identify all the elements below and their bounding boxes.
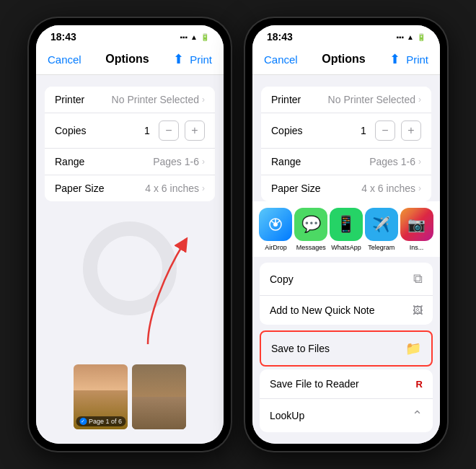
battery-icon: 🔋 bbox=[200, 33, 209, 41]
quick-note-label: Add to New Quick Note bbox=[270, 304, 375, 316]
range-row-2[interactable]: Range Pages 1-6 › bbox=[261, 149, 431, 175]
copies-row: Copies 1 − + bbox=[45, 113, 215, 149]
options-section-2: Printer No Printer Selected › Copies 1 −… bbox=[261, 87, 431, 201]
range-row[interactable]: Range Pages 1-6 › bbox=[45, 149, 215, 175]
share-icon-1[interactable]: ⬆ bbox=[173, 51, 184, 67]
page-label: Page 1 of 6 bbox=[89, 418, 122, 425]
printer-row-2[interactable]: Printer No Printer Selected › bbox=[261, 87, 431, 113]
wifi-icon: ▲ bbox=[190, 33, 198, 41]
whatsapp-icon: 📱 bbox=[330, 208, 363, 241]
action-section: Copy ⧉ Add to New Quick Note 🖼 bbox=[260, 263, 433, 325]
copy-icon: ⧉ bbox=[413, 271, 423, 286]
copy-action[interactable]: Copy ⧉ bbox=[260, 263, 433, 296]
battery-icon-2: 🔋 bbox=[417, 33, 426, 41]
telegram-label: Telegram bbox=[368, 244, 395, 251]
printer-label: Printer bbox=[55, 94, 84, 105]
nav-actions-1: ⬆ Print bbox=[173, 51, 212, 67]
lookup-icon: ⌃ bbox=[412, 408, 423, 424]
nav-actions-2: ⬆ Print bbox=[389, 51, 428, 67]
signal-icon-2: ▪▪▪ bbox=[396, 33, 404, 41]
instagram-label: Ins... bbox=[410, 244, 424, 251]
page-badge: ✓ Page 1 of 6 bbox=[76, 416, 125, 426]
nav-title-1: Options bbox=[105, 53, 149, 66]
decrement-button-2[interactable]: − bbox=[375, 120, 395, 141]
phone-1: 18:43 ▪▪▪ ▲ 🔋 Cancel Options ⬆ Print Pri… bbox=[29, 18, 231, 451]
thumbnail-2 bbox=[132, 364, 186, 429]
decrement-button[interactable]: − bbox=[159, 120, 179, 141]
watermark-circle bbox=[83, 222, 177, 315]
reader-icon: R bbox=[416, 379, 423, 390]
whatsapp-item[interactable]: 📱 WhatsApp bbox=[329, 208, 364, 251]
save-to-files-highlighted[interactable]: Save to Files 📁 bbox=[260, 330, 433, 367]
print-button-2[interactable]: Print bbox=[406, 53, 428, 66]
check-icon: ✓ bbox=[79, 418, 87, 425]
copies-count: 1 bbox=[141, 125, 153, 136]
copies-count-2: 1 bbox=[358, 125, 369, 136]
copies-control-2: 1 − + bbox=[358, 120, 421, 141]
airdrop-icon bbox=[259, 208, 292, 241]
range-value: Pages 1-6 › bbox=[153, 156, 205, 167]
share-sheet: Photo PDF Document · 25.9 MB ✕ AirDrop 💬 bbox=[252, 201, 440, 444]
lookup-label: LookUp bbox=[270, 410, 304, 421]
action-section-2: Save File to Reader R LookUp ⌃ bbox=[260, 369, 433, 432]
telegram-icon: ✈️ bbox=[365, 208, 398, 241]
increment-button[interactable]: + bbox=[185, 120, 205, 141]
preview-thumbnails: ✓ Page 1 of 6 bbox=[74, 364, 186, 429]
signal-icon: ▪▪▪ bbox=[180, 33, 188, 41]
time-1: 18:43 bbox=[50, 31, 76, 43]
status-bar-1: 18:43 ▪▪▪ ▲ 🔋 bbox=[36, 25, 224, 45]
cancel-button-2[interactable]: Cancel bbox=[264, 53, 298, 66]
paper-size-label-2: Paper Size bbox=[271, 183, 320, 194]
copies-label-2: Copies bbox=[271, 125, 303, 136]
copy-label: Copy bbox=[270, 273, 294, 285]
range-label: Range bbox=[55, 156, 84, 167]
instagram-item[interactable]: 📷 Ins... bbox=[399, 208, 434, 251]
telegram-item[interactable]: ✈️ Telegram bbox=[363, 208, 399, 251]
range-value-2: Pages 1-6 › bbox=[369, 156, 421, 167]
save-files-label: Save to Files bbox=[271, 343, 330, 354]
share-icon-2[interactable]: ⬆ bbox=[389, 51, 400, 67]
messages-label: Messages bbox=[296, 244, 326, 251]
printer-value: No Printer Selected › bbox=[112, 94, 205, 105]
wifi-icon-2: ▲ bbox=[407, 33, 414, 41]
print-button-1[interactable]: Print bbox=[190, 53, 212, 66]
paper-size-label: Paper Size bbox=[55, 183, 104, 194]
printer-value-2: No Printer Selected › bbox=[328, 94, 421, 105]
options-section-1: Printer No Printer Selected › Copies 1 −… bbox=[45, 87, 215, 201]
svg-point-1 bbox=[273, 222, 278, 227]
status-icons-1: ▪▪▪ ▲ 🔋 bbox=[180, 33, 209, 41]
status-bar-2: 18:43 ▪▪▪ ▲ 🔋 bbox=[252, 25, 440, 45]
phone-2: 18:43 ▪▪▪ ▲ 🔋 Cancel Options ⬆ Print Pri… bbox=[245, 18, 447, 451]
printer-row[interactable]: Printer No Printer Selected › bbox=[45, 87, 215, 113]
printer-label-2: Printer bbox=[271, 94, 301, 105]
phone2-content: Photo PDF Document · 25.9 MB ✕ AirDrop 💬 bbox=[252, 201, 440, 444]
reader-action[interactable]: Save File to Reader R bbox=[260, 369, 433, 399]
paper-size-value: 4 x 6 inches › bbox=[145, 183, 205, 194]
quick-note-icon: 🖼 bbox=[413, 304, 423, 316]
preview-area-1: ✓ Page 1 of 6 bbox=[36, 207, 224, 444]
save-files-action[interactable]: Save to Files 📁 bbox=[261, 332, 431, 365]
messages-icon: 💬 bbox=[294, 208, 327, 241]
app-icons-row: AirDrop 💬 Messages 📱 WhatsApp ✈️ Telegra… bbox=[252, 201, 440, 257]
time-2: 18:43 bbox=[267, 31, 293, 43]
airdrop-label: AirDrop bbox=[265, 244, 287, 251]
instagram-icon: 📷 bbox=[400, 208, 433, 241]
airdrop-item[interactable]: AirDrop bbox=[258, 208, 294, 251]
whatsapp-label: WhatsApp bbox=[331, 244, 361, 251]
cancel-button-1[interactable]: Cancel bbox=[48, 53, 81, 66]
messages-item[interactable]: 💬 Messages bbox=[294, 208, 329, 251]
copies-label: Copies bbox=[55, 125, 87, 136]
lookup-action[interactable]: LookUp ⌃ bbox=[260, 399, 433, 432]
nav-bar-2: Cancel Options ⬆ Print bbox=[252, 45, 440, 75]
save-files-icon: 📁 bbox=[405, 341, 421, 356]
paper-size-row-2[interactable]: Paper Size 4 x 6 inches › bbox=[261, 175, 431, 201]
paper-size-value-2: 4 x 6 inches › bbox=[361, 183, 421, 194]
paper-size-row[interactable]: Paper Size 4 x 6 inches › bbox=[45, 175, 215, 201]
increment-button-2[interactable]: + bbox=[401, 120, 421, 141]
reader-label: Save File to Reader bbox=[270, 378, 359, 390]
copies-control: 1 − + bbox=[141, 120, 205, 141]
range-label-2: Range bbox=[271, 156, 301, 167]
status-icons-2: ▪▪▪ ▲ 🔋 bbox=[396, 33, 426, 41]
thumbnail-1: ✓ Page 1 of 6 bbox=[74, 364, 128, 429]
quick-note-action[interactable]: Add to New Quick Note 🖼 bbox=[260, 296, 433, 325]
